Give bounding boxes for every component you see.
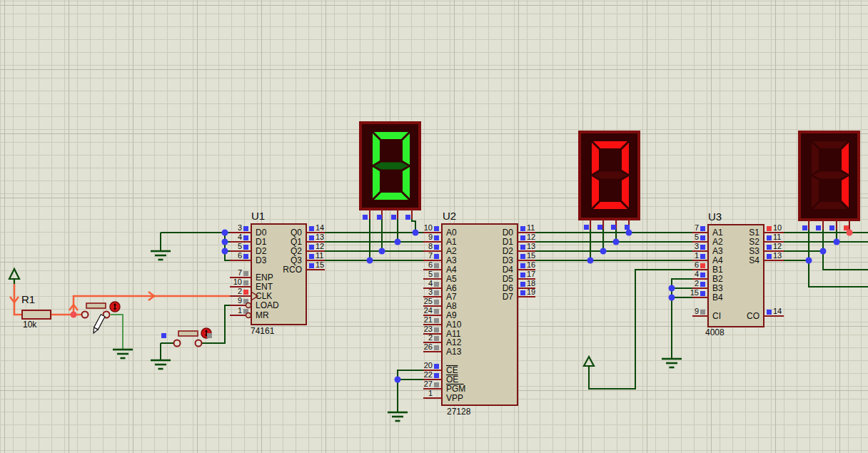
pin-number: 7 xyxy=(695,223,699,232)
pin-state-indicator xyxy=(434,263,439,268)
pin-name: A1 xyxy=(712,228,723,238)
pin-name: S4 xyxy=(749,255,760,265)
pin-name: Q3 xyxy=(291,255,302,265)
schematic-canvas[interactable]: 3D04D15D26D37ENP10ENT2CLK9LOAD1MR14Q013Q… xyxy=(0,0,868,453)
pin-name: B3 xyxy=(712,283,723,293)
pin-number: 14 xyxy=(773,307,782,315)
pin-name: Q2 xyxy=(291,246,302,256)
wire[interactable] xyxy=(225,233,230,260)
pin-state-indicator xyxy=(243,245,248,250)
pin-name: S2 xyxy=(749,237,760,247)
pin-name: A8 xyxy=(446,301,457,311)
pin-number: 1 xyxy=(428,389,433,397)
pin-state-indicator xyxy=(520,226,525,231)
pin-name: D4 xyxy=(503,265,514,275)
pin-name: D1 xyxy=(503,237,514,247)
pin-number: 4 xyxy=(695,270,699,278)
pin-state-indicator xyxy=(434,235,439,240)
pin-number: 21 xyxy=(424,315,433,324)
pin-state-indicator xyxy=(700,245,705,250)
pin-name: ENT xyxy=(256,282,273,292)
pin-state-indicator xyxy=(700,226,705,231)
pin-state-indicator xyxy=(584,225,589,230)
pin-state-indicator xyxy=(844,225,849,230)
junction-dot xyxy=(613,239,620,245)
pin-name: A1 xyxy=(446,237,457,247)
pin-number: 20 xyxy=(424,361,433,370)
wire[interactable] xyxy=(398,370,423,412)
pin-number: 2 xyxy=(428,333,433,342)
pin-number: 7 xyxy=(428,251,433,260)
junction-dot xyxy=(395,377,401,383)
pin-state-indicator xyxy=(309,226,314,231)
push-button-2[interactable] xyxy=(174,340,181,347)
pin-number: 22 xyxy=(424,370,433,379)
pin-number: 4 xyxy=(428,279,433,287)
pin-number: 9 xyxy=(695,307,699,315)
pin-state-indicator xyxy=(363,215,368,220)
active-low-bubble-icon xyxy=(246,303,251,308)
pin-name: A4 xyxy=(446,265,457,275)
pin-state-indicator xyxy=(611,225,616,230)
pin-number: 16 xyxy=(527,260,535,269)
junction-dot xyxy=(71,312,77,318)
pin-name: RCO xyxy=(283,265,302,275)
junction-dot xyxy=(367,258,373,264)
pin-name: ENP xyxy=(256,273,273,283)
pin-number: 25 xyxy=(424,297,433,305)
u3-ref-label: U3 xyxy=(708,211,722,222)
pin-number: 27 xyxy=(424,380,433,388)
pin-number: 11 xyxy=(316,251,323,260)
schematic-layer: 3D04D15D26D37ENP10ENT2CLK9LOAD1MR14Q013Q… xyxy=(0,0,868,453)
pin-state-indicator xyxy=(434,345,439,350)
junction-dot xyxy=(379,248,385,255)
pin-state-indicator xyxy=(829,225,834,230)
pin-number: 15 xyxy=(690,288,699,297)
pin-name: Q0 xyxy=(291,228,302,238)
junction-dot xyxy=(222,248,228,255)
power-terminal[interactable] xyxy=(584,357,594,366)
junction-dot xyxy=(626,230,632,236)
pin-number: 6 xyxy=(428,260,433,269)
push-button-1[interactable] xyxy=(82,312,89,318)
pin-name: B4 xyxy=(712,292,723,302)
pin-number: 1 xyxy=(695,251,699,260)
pin-number: 9 xyxy=(238,296,242,305)
pin-name: D5 xyxy=(503,274,514,284)
wire[interactable] xyxy=(672,279,692,359)
pin-number: 8 xyxy=(428,242,433,250)
pin-state-indicator xyxy=(434,282,439,287)
pin-name: A3 xyxy=(446,255,457,265)
resistor-r1[interactable] xyxy=(22,310,51,319)
pin-state-indicator xyxy=(434,245,439,250)
pin-state-indicator xyxy=(520,235,525,240)
u2-ref-label: U2 xyxy=(443,210,456,221)
pin-name: A3 xyxy=(712,246,723,256)
pin-name: A9 xyxy=(446,310,457,320)
pin-name: A4 xyxy=(712,255,723,265)
u1-part-label: 74161 xyxy=(251,327,274,335)
pin-number: 24 xyxy=(424,306,433,315)
pin-state-indicator xyxy=(767,254,772,259)
pin-state-indicator xyxy=(434,373,439,378)
pin-name: D1 xyxy=(256,237,267,247)
junction-dot xyxy=(820,248,827,255)
pin-number: 7 xyxy=(238,268,242,277)
wire[interactable] xyxy=(111,315,123,350)
junction-dot xyxy=(669,295,675,301)
wire[interactable] xyxy=(823,230,868,270)
pin-state-indicator xyxy=(700,263,705,268)
pin-state-indicator xyxy=(391,215,396,220)
pin-number: 1 xyxy=(238,306,242,315)
pin-number: 4 xyxy=(238,233,242,241)
pin-name: A12 xyxy=(446,337,462,347)
power-terminal[interactable] xyxy=(9,269,19,279)
u2-part-label: 27128 xyxy=(447,407,470,416)
push-button-2[interactable] xyxy=(196,340,202,347)
wire[interactable] xyxy=(809,230,868,287)
pin-state-indicator xyxy=(767,245,772,250)
pin-state-indicator xyxy=(767,310,772,315)
pin-state-indicator xyxy=(816,225,821,230)
pin-state-indicator xyxy=(434,364,439,369)
pin-name: A13 xyxy=(446,347,462,357)
